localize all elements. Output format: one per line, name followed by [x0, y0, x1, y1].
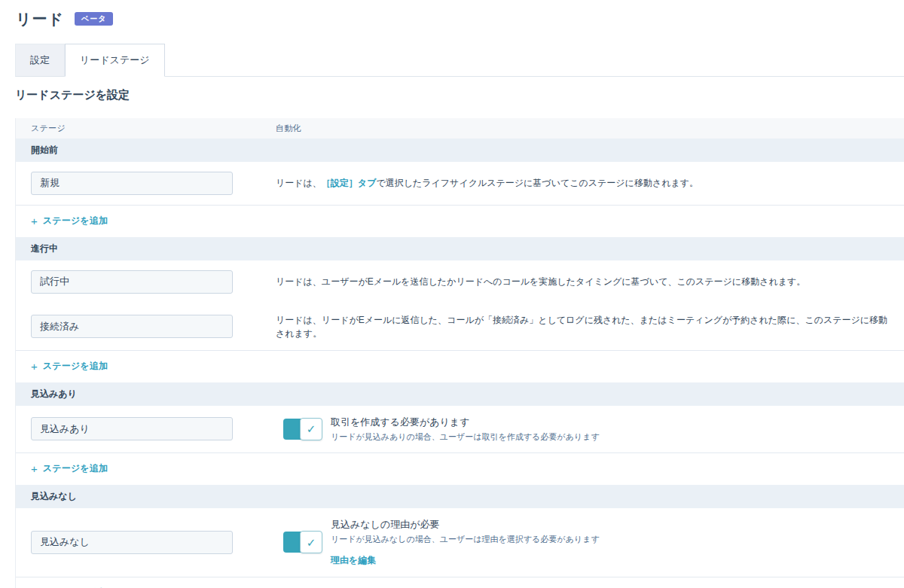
automation-subtext: リードが見込みなしの場合、ユーザーは理由を選択する必要があります [331, 534, 600, 545]
stage-description: リードは、リードがEメールに返信した、コールが「接続済み」としてログに残された、… [276, 313, 889, 340]
add-stage-row: +ステージを追加 [16, 205, 904, 237]
beta-badge: ベータ [75, 12, 113, 26]
stage-cell [31, 172, 276, 195]
automation-cell: リードは、リードがEメールに返信した、コールが「接続済み」としてログに残された、… [276, 313, 889, 340]
stage-name-input[interactable] [31, 315, 233, 338]
add-stage-label: ステージを追加 [43, 360, 108, 373]
table-body: 開始前リードは、［設定］タブで選択したライフサイクルステージに基づいてこのステー… [16, 139, 904, 588]
column-header-stage: ステージ [31, 123, 276, 134]
page-header: リード ベータ [0, 8, 904, 30]
stage-cell [31, 315, 276, 338]
stage-row: リードは、リードがEメールに返信した、コールが「接続済み」としてログに残された、… [16, 303, 904, 350]
check-icon: ✓ [307, 423, 316, 434]
automation-toggle[interactable]: ✓ [283, 532, 321, 553]
section-header-row: 見込みなし [16, 485, 904, 508]
automation-subtext: リードが見込みありの場合、ユーザーは取引を作成する必要があります [331, 431, 600, 443]
automation-title: 見込みなしの理由が必要 [331, 518, 600, 532]
stage-cell [31, 531, 276, 554]
stage-name-input[interactable] [31, 417, 233, 440]
toggle-knob: ✓ [300, 418, 322, 440]
tab-settings[interactable]: 設定 [15, 44, 65, 77]
stage-row: ✓取引を作成する必要がありますリードが見込みありの場合、ユーザーは取引を作成する… [16, 406, 904, 453]
tab-bar: 設定 リードステージ [15, 44, 904, 77]
automation-title: 取引を作成する必要があります [331, 416, 600, 429]
plus-icon: + [31, 463, 38, 474]
stage-row: ✓見込みなしの理由が必要リードが見込みなしの場合、ユーザーは理由を選択する必要が… [16, 508, 904, 577]
add-stage-row: +ステージを追加 [16, 452, 904, 485]
stage-cell [31, 270, 276, 294]
stage-row: リードは、［設定］タブで選択したライフサイクルステージに基づいてこのステージに移… [16, 162, 904, 205]
section-header-row: 進行中 [16, 237, 904, 260]
lead-settings-page: リード ベータ 設定 リードステージ リードステージを設定 ステージ 自動化 開… [0, 0, 904, 588]
automation-cell: ✓見込みなしの理由が必要リードが見込みなしの場合、ユーザーは理由を選択する必要が… [276, 518, 889, 567]
check-icon: ✓ [307, 537, 316, 548]
page-title: リード [16, 9, 64, 29]
lead-stages-table: ステージ 自動化 開始前リードは、［設定］タブで選択したライフサイクルステージに… [15, 118, 904, 588]
plus-icon: + [31, 215, 38, 227]
automation-setting: ✓取引を作成する必要がありますリードが見込みありの場合、ユーザーは取引を作成する… [283, 416, 889, 443]
stage-name-input[interactable] [31, 172, 233, 195]
edit-reasons-link[interactable]: 理由を編集 [331, 554, 376, 567]
automation-cell: リードは、［設定］タブで選択したライフサイクルステージに基づいてこのステージに移… [276, 176, 889, 190]
automation-cell: ✓取引を作成する必要がありますリードが見込みありの場合、ユーザーは取引を作成する… [276, 416, 889, 443]
automation-text: 見込みなしの理由が必要リードが見込みなしの場合、ユーザーは理由を選択する必要があ… [331, 518, 600, 567]
tab-lead-stages[interactable]: リードステージ [65, 44, 165, 77]
automation-text: 取引を作成する必要がありますリードが見込みありの場合、ユーザーは取引を作成する必… [331, 416, 600, 443]
settings-tab-link[interactable]: ［設定］タブ [322, 178, 377, 188]
add-stage-button[interactable]: +ステージを追加 [31, 462, 108, 475]
description-text: で選択したライフサイクルステージに基づいてこのステージに移動されます。 [376, 178, 698, 188]
automation-cell: リードは、ユーザーがEメールを送信したかリードへのコールを実施したタイミングに基… [276, 275, 889, 288]
add-stage-row: +ステージを追加 [16, 577, 904, 588]
add-stage-button[interactable]: +ステージを追加 [31, 360, 108, 373]
column-header-automation: 自動化 [276, 123, 889, 134]
add-stage-label: ステージを追加 [43, 215, 108, 227]
stage-name-input[interactable] [31, 270, 233, 294]
section-header-row: 見込みあり [16, 382, 904, 406]
stage-description: リードは、［設定］タブで選択したライフサイクルステージに基づいてこのステージに移… [276, 176, 889, 190]
stage-description: リードは、ユーザーがEメールを送信したかリードへのコールを実施したタイミングに基… [276, 275, 889, 288]
add-stage-row: +ステージを追加 [16, 350, 904, 382]
automation-setting: ✓見込みなしの理由が必要リードが見込みなしの場合、ユーザーは理由を選択する必要が… [283, 518, 889, 567]
description-text: リードは、 [276, 178, 322, 188]
plus-icon: + [31, 361, 38, 372]
add-stage-button[interactable]: +ステージを追加 [31, 215, 108, 227]
section-header-row: 開始前 [16, 139, 904, 162]
automation-toggle[interactable]: ✓ [283, 419, 321, 440]
page-heading: リードステージを設定 [15, 88, 904, 102]
table-header-row: ステージ 自動化 [16, 118, 904, 139]
toggle-knob: ✓ [300, 531, 322, 553]
stage-row: リードは、ユーザーがEメールを送信したかリードへのコールを実施したタイミングに基… [16, 260, 904, 303]
stage-cell [31, 417, 276, 440]
add-stage-label: ステージを追加 [43, 462, 108, 475]
stage-name-input[interactable] [31, 531, 233, 554]
